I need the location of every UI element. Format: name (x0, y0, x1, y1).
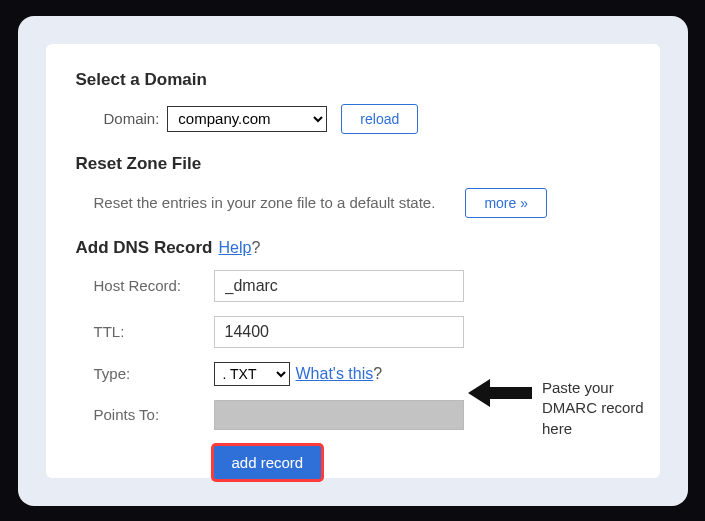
select-domain-title: Select a Domain (76, 70, 630, 90)
reset-zone-text: Reset the entries in your zone file to a… (94, 194, 436, 211)
type-label: Type: (94, 365, 214, 382)
ttl-label: TTL: (94, 323, 214, 340)
add-record-title: Add DNS Record (76, 238, 213, 258)
domain-label: Domain: (104, 110, 160, 127)
add-record-button[interactable]: add record (214, 446, 322, 479)
whats-this-link[interactable]: What's this (296, 365, 374, 382)
points-to-input[interactable] (214, 400, 464, 430)
help-qmark: ? (251, 239, 260, 256)
reset-zone-title: Reset Zone File (76, 154, 630, 174)
more-button[interactable]: more » (465, 188, 547, 218)
dns-panel: Select a Domain Domain: company.com relo… (46, 44, 660, 478)
reload-button[interactable]: reload (341, 104, 418, 134)
ttl-input[interactable] (214, 316, 464, 348)
points-to-label: Points To: (94, 406, 214, 423)
type-select[interactable]: . TXT (214, 362, 290, 386)
domain-select[interactable]: company.com (167, 106, 327, 132)
host-record-label: Host Record: (94, 277, 214, 294)
help-link[interactable]: Help (218, 239, 251, 256)
host-record-input[interactable] (214, 270, 464, 302)
